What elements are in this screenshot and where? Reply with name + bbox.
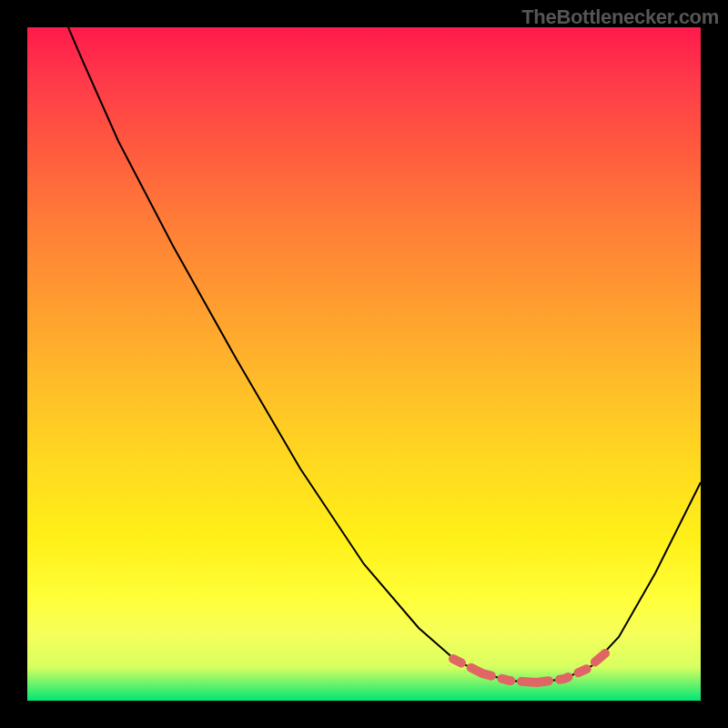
watermark-text: TheBottlenecker.com [521,5,719,29]
bottleneck-curve [68,27,701,682]
chart-frame: TheBottlenecker.com [0,0,728,728]
curve-svg [27,27,701,701]
valley-highlight [453,653,605,682]
plot-area [27,27,701,701]
